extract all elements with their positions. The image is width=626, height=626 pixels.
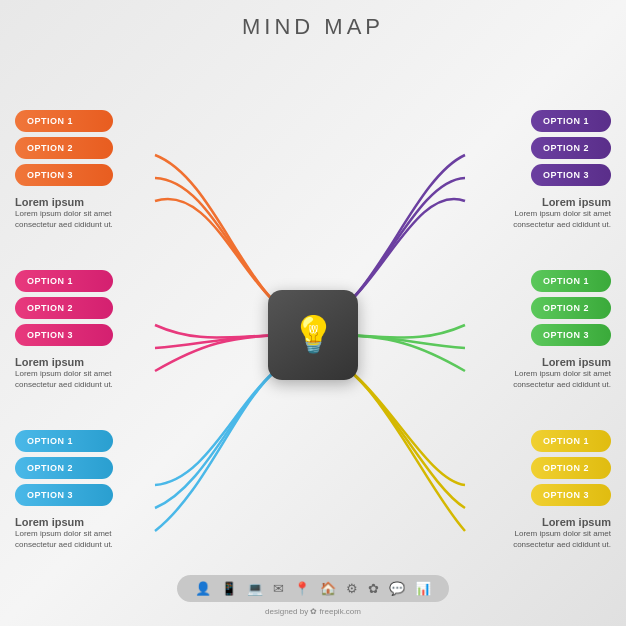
mobile-icon: 📱 xyxy=(221,581,237,596)
mind-map-container: 💡 OPTION 1 OPTION 2 OPTION 3 Lorem ipsum… xyxy=(0,50,626,620)
gear-icon: ⚙ xyxy=(346,581,358,596)
chart-icon: 📊 xyxy=(415,581,431,596)
center-box: 💡 xyxy=(268,290,358,380)
pin-icon: 📍 xyxy=(294,581,310,596)
flower-icon: ✿ xyxy=(368,581,379,596)
person-icon: 👤 xyxy=(195,581,211,596)
chat-icon: 💬 xyxy=(389,581,405,596)
home-icon: 🏠 xyxy=(320,581,336,596)
mail-icon: ✉ xyxy=(273,581,284,596)
bulb-icon: 💡 xyxy=(291,314,336,356)
laptop-icon: 💻 xyxy=(247,581,263,596)
icon-bar: 👤 📱 💻 ✉ 📍 🏠 ⚙ ✿ 💬 📊 xyxy=(177,575,449,602)
page-title: MIND MAP xyxy=(0,0,626,40)
